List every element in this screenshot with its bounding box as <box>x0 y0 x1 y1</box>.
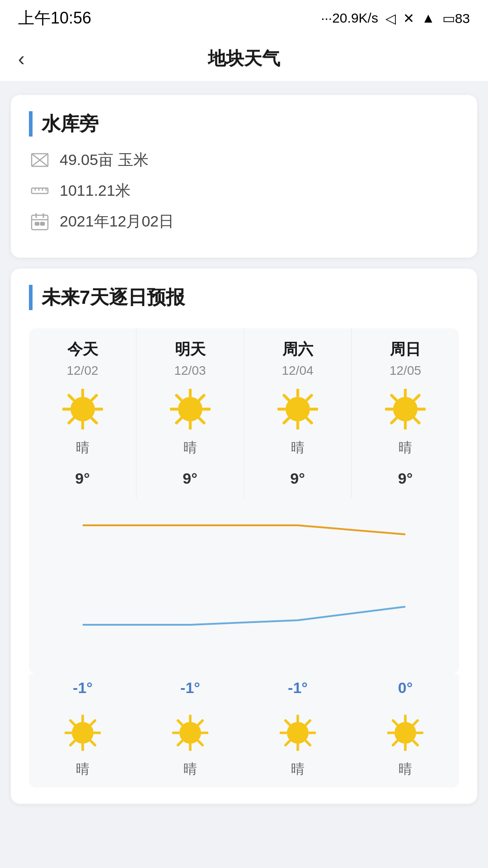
svg-line-17 <box>69 418 73 423</box>
temperature-chart <box>29 498 459 675</box>
weather-low-temp: -1° <box>288 679 308 697</box>
weather-day-date: 12/04 <box>282 363 313 378</box>
svg-line-19 <box>69 396 73 400</box>
ruler-icon <box>29 180 51 202</box>
svg-point-22 <box>70 397 95 421</box>
weather-day-label: 今天 <box>67 339 98 360</box>
low-temp-cell: -1° <box>29 679 136 697</box>
svg-line-39 <box>307 396 311 400</box>
battery-icon: ▭83 <box>442 10 470 26</box>
svg-line-75 <box>306 721 310 725</box>
field-info-card: 水库旁 49.05亩 玉米 1011.21 <box>11 95 477 258</box>
svg-point-49 <box>393 397 418 421</box>
low-temp-cell: -1° <box>136 679 244 697</box>
svg-line-69 <box>306 741 310 745</box>
weather-condition-top: 晴 <box>76 439 89 457</box>
weather-section-title: 未来7天逐日预报 <box>29 285 459 310</box>
svg-line-71 <box>286 741 290 745</box>
bottom-sun-icon <box>387 715 423 753</box>
svg-line-80 <box>393 741 397 745</box>
weather-day-label: 周日 <box>390 339 421 360</box>
app-header: ‹ 地块天气 <box>0 36 488 81</box>
weather-day-label: 明天 <box>175 339 206 360</box>
status-time: 上午10:56 <box>18 7 91 29</box>
svg-rect-13 <box>41 222 44 225</box>
bottom-sun-icon <box>172 715 208 753</box>
svg-line-78 <box>413 741 418 745</box>
svg-line-15 <box>92 418 96 423</box>
status-icons: ···20.9K/s ◁ ✕ ▲ ▭83 <box>321 10 470 26</box>
svg-line-57 <box>91 721 95 725</box>
svg-line-84 <box>413 721 418 725</box>
bottom-weather-cell: 晴 <box>29 715 136 778</box>
weather-col: 明天 12/03 晴 9° <box>136 328 244 498</box>
weather-high-temp: 9° <box>398 470 413 487</box>
svg-point-58 <box>72 722 94 744</box>
svg-line-46 <box>392 396 396 400</box>
svg-line-24 <box>199 418 204 423</box>
field-area-text: 49.05亩 玉米 <box>60 150 149 170</box>
low-temp-cell: -1° <box>244 679 352 697</box>
low-temp-cell: 0° <box>352 679 459 697</box>
weather-sun-icon <box>170 389 211 431</box>
weather-high-temp: 9° <box>183 470 197 487</box>
bottom-condition: 晴 <box>291 760 305 778</box>
page-title: 地块天气 <box>208 46 280 71</box>
weather-day-date: 12/02 <box>66 363 98 378</box>
svg-line-64 <box>178 721 182 725</box>
bottom-condition: 晴 <box>399 760 412 778</box>
svg-rect-3 <box>32 188 48 193</box>
bottom-sun-icon <box>65 715 101 753</box>
svg-line-28 <box>176 396 181 400</box>
weather-high-temp: 9° <box>290 470 305 487</box>
weather-sun-icon <box>277 389 318 431</box>
svg-point-67 <box>179 722 201 744</box>
status-bar: 上午10:56 ···20.9K/s ◁ ✕ ▲ ▭83 <box>0 0 488 36</box>
svg-rect-8 <box>32 215 48 230</box>
svg-rect-12 <box>35 222 39 225</box>
network-speed: ···20.9K/s <box>321 10 378 26</box>
weather-condition-top: 晴 <box>291 439 305 457</box>
bottom-condition: 晴 <box>183 760 197 778</box>
field-name: 水库旁 <box>29 111 459 137</box>
bottom-weather-cell: 晴 <box>136 715 244 778</box>
bottom-weather-cell: 晴 <box>352 715 459 778</box>
calendar-icon <box>29 211 51 232</box>
weather-low-temp: -1° <box>180 679 200 697</box>
svg-line-62 <box>178 741 182 745</box>
weather-forecast-card: 未来7天逐日预报 今天 12/02 晴 9° 明天 12/03 晴 9° 周六 … <box>11 269 477 804</box>
svg-line-66 <box>198 721 202 725</box>
weather-col: 今天 12/02 晴 9° <box>29 328 136 498</box>
svg-line-53 <box>70 741 75 745</box>
wifi-icon: ▲ <box>422 10 435 26</box>
weather-day-date: 12/03 <box>174 363 206 378</box>
svg-line-51 <box>91 741 95 745</box>
weather-low-temp: -1° <box>73 679 93 697</box>
field-length-text: 1011.21米 <box>60 180 131 201</box>
svg-line-73 <box>286 721 290 725</box>
svg-line-21 <box>92 396 96 400</box>
svg-line-42 <box>414 418 419 423</box>
field-area-row: 49.05亩 玉米 <box>29 149 459 171</box>
svg-point-31 <box>178 397 202 421</box>
low-temp-row: -1°-1°-1°0° <box>29 675 459 706</box>
back-button[interactable]: ‹ <box>18 47 25 70</box>
svg-line-55 <box>70 721 75 725</box>
weather-condition-top: 晴 <box>183 439 197 457</box>
svg-line-33 <box>307 418 311 423</box>
bottom-condition: 晴 <box>76 760 89 778</box>
bottom-sun-icon <box>280 715 316 753</box>
svg-line-48 <box>414 396 419 400</box>
svg-line-30 <box>199 396 204 400</box>
svg-line-82 <box>393 721 397 725</box>
bottom-weather-cell: 晴 <box>244 715 352 778</box>
area-icon <box>29 149 51 171</box>
svg-point-40 <box>286 397 310 421</box>
weather-top-grid: 今天 12/02 晴 9° 明天 12/03 晴 9° 周六 12/04 晴 9… <box>29 328 459 498</box>
weather-day-date: 12/05 <box>389 363 421 378</box>
weather-condition-top: 晴 <box>399 439 412 457</box>
svg-line-26 <box>176 418 181 423</box>
weather-low-temp: 0° <box>398 679 413 697</box>
weather-sun-icon <box>385 389 426 431</box>
svg-point-76 <box>287 722 309 744</box>
